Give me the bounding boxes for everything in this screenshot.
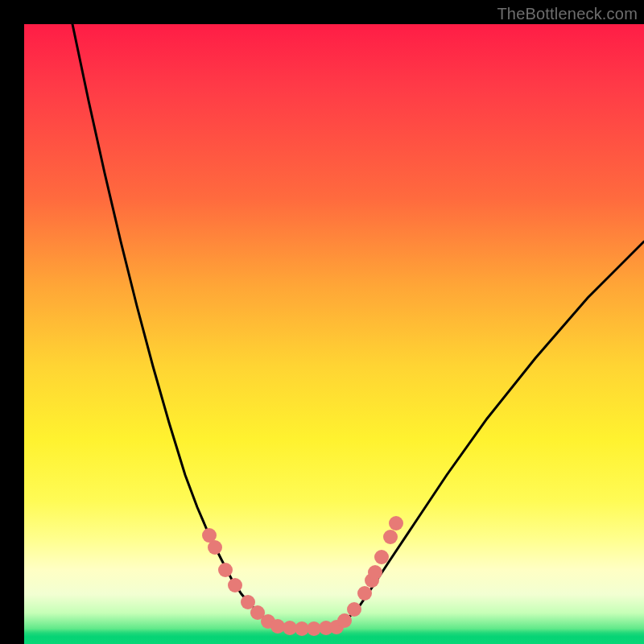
data-dot [368,565,382,580]
dot-group [202,516,403,636]
curve-svg [24,24,644,644]
data-dot [208,540,222,555]
data-dot [374,550,389,564]
data-dot [383,530,398,544]
watermark-text: TheBottleneck.com [497,5,638,23]
bottleneck-curve [72,24,644,628]
data-dot [337,613,352,628]
data-dot [357,586,372,601]
chart-stage: TheBottleneck.com [0,0,644,644]
data-dot [389,516,403,530]
data-dot [347,602,361,617]
plot-area [24,24,644,644]
data-dot [218,563,233,577]
data-dot [228,578,242,592]
